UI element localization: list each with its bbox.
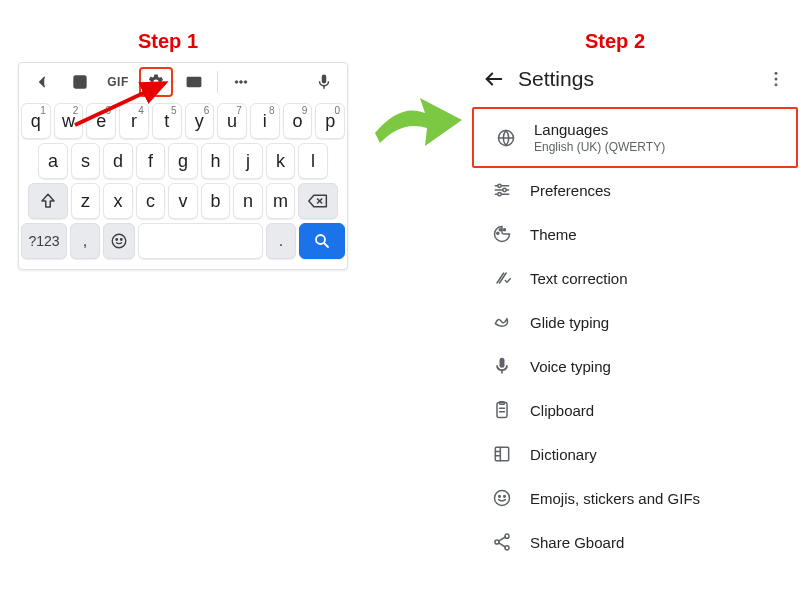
key-i[interactable]: i8 [250,103,280,139]
key-l[interactable]: l [298,143,328,179]
settings-item-title: Emojis, stickers and GIFs [530,490,700,507]
mic-icon [482,356,522,376]
settings-header: Settings [470,55,800,103]
sticker-icon[interactable] [63,67,97,97]
svg-rect-42 [495,447,508,460]
back-icon[interactable] [474,59,514,99]
settings-item-theme[interactable]: Theme [470,212,800,256]
key-o[interactable]: o9 [283,103,313,139]
key-p[interactable]: p0 [315,103,345,139]
key-u[interactable]: u7 [217,103,247,139]
key-h[interactable]: h [201,143,231,179]
globe-icon [486,128,526,148]
key-x[interactable]: x [103,183,133,219]
step2-label: Step 2 [585,30,645,53]
svg-point-37 [504,229,506,231]
key-a[interactable]: a [38,143,68,179]
key-j[interactable]: j [233,143,263,179]
svg-point-11 [235,81,238,84]
key-d[interactable]: d [103,143,133,179]
settings-item-emojis-stickers-and-gifs[interactable]: Emojis, stickers and GIFs [470,476,800,520]
settings-item-title: Dictionary [530,446,597,463]
key-g[interactable]: g [168,143,198,179]
key-q[interactable]: q1 [21,103,51,139]
settings-item-text-correction[interactable]: Text correction [470,256,800,300]
sliders-icon [482,180,522,200]
key-s[interactable]: s [71,143,101,179]
settings-item-share-gboard[interactable]: Share Gboard [470,520,800,564]
settings-item-clipboard[interactable]: Clipboard [470,388,800,432]
svg-point-33 [503,188,506,191]
svg-point-18 [121,239,123,241]
gear-icon[interactable] [139,67,173,97]
chevron-left-icon[interactable] [25,67,59,97]
svg-point-2 [82,80,84,82]
svg-point-12 [240,81,243,84]
key-z[interactable]: z [71,183,101,219]
svg-point-25 [775,78,778,81]
key-n[interactable]: n [233,183,263,219]
settings-item-languages[interactable]: LanguagesEnglish (UK) (QWERTY) [472,107,798,168]
key-y[interactable]: y6 [185,103,215,139]
more-vert-icon[interactable] [756,59,796,99]
key-f[interactable]: f [136,143,166,179]
svg-line-20 [324,243,328,247]
key-m[interactable]: m [266,183,296,219]
spacebar-key[interactable] [138,223,263,259]
svg-point-16 [112,234,126,248]
svg-point-24 [775,72,778,75]
key-w[interactable]: w2 [54,103,84,139]
more-horiz-icon[interactable] [224,67,258,97]
key-e[interactable]: e3 [86,103,116,139]
settings-item-title: Languages [534,121,665,138]
svg-point-34 [498,193,501,196]
svg-point-36 [499,229,501,231]
palette-icon [482,224,522,244]
symbols-key[interactable]: ?123 [21,223,67,259]
svg-point-13 [244,81,247,84]
search-key[interactable] [299,223,345,259]
svg-line-53 [499,543,506,547]
settings-item-subtitle: English (UK) (QWERTY) [534,140,665,154]
dictionary-icon [482,444,522,464]
text-correction-icon [482,268,522,288]
svg-point-32 [498,184,501,187]
clipboard-icon [482,400,522,420]
backspace-key[interactable] [298,183,338,219]
settings-item-title: Clipboard [530,402,594,419]
comma-key[interactable]: , [70,223,100,259]
svg-point-35 [497,232,499,234]
settings-item-dictionary[interactable]: Dictionary [470,432,800,476]
emoji-key[interactable] [103,223,135,259]
settings-title: Settings [518,67,594,91]
key-v[interactable]: v [168,183,198,219]
svg-point-47 [499,496,501,498]
key-k[interactable]: k [266,143,296,179]
shift-key[interactable] [28,183,68,219]
settings-item-title: Voice typing [530,358,611,375]
mic-icon[interactable] [307,67,341,97]
key-c[interactable]: c [136,183,166,219]
svg-point-17 [116,239,118,241]
toolbar-separator [217,71,218,93]
svg-point-1 [77,80,79,82]
settings-item-preferences[interactable]: Preferences [470,168,800,212]
svg-rect-0 [74,76,86,88]
settings-item-title: Theme [530,226,577,243]
gif-button[interactable]: GIF [101,67,135,97]
settings-item-title: Share Gboard [530,534,624,551]
keyboard-layout-icon[interactable] [177,67,211,97]
settings-item-glide-typing[interactable]: Glide typing [470,300,800,344]
keyboard-rows: q1w2e3r4t5y6u7i8o9p0 asdfghjkl zxcvbnm ?… [19,101,347,269]
svg-line-52 [499,537,506,541]
period-key[interactable]: . [266,223,296,259]
svg-point-26 [775,83,778,86]
settings-screen: Settings LanguagesEnglish (UK) (QWERTY)P… [470,55,800,564]
settings-item-voice-typing[interactable]: Voice typing [470,344,800,388]
key-t[interactable]: t5 [152,103,182,139]
emoji-icon [482,488,522,508]
glide-icon [482,312,522,332]
svg-point-48 [504,496,506,498]
key-b[interactable]: b [201,183,231,219]
key-r[interactable]: r4 [119,103,149,139]
